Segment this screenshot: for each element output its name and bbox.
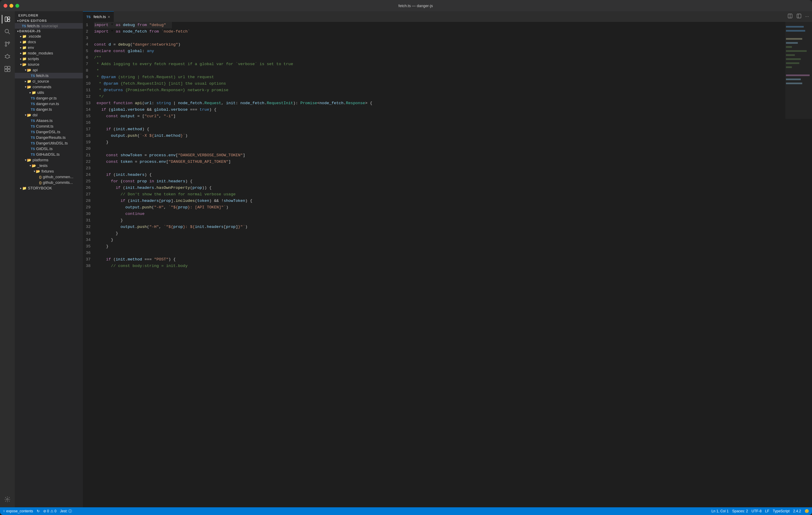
sidebar-item-utils[interactable]: ▸ 📁 utils [15, 90, 83, 95]
sidebar-item-danger-pr[interactable]: TS danger-pr.ts [15, 95, 83, 101]
sidebar-item-extensions[interactable] [2, 63, 13, 75]
sidebar-item-vscode[interactable]: ▸ 📁 .vscode [15, 33, 83, 39]
line-number: 29 [83, 204, 96, 211]
sidebar-item-source-control[interactable] [2, 38, 13, 50]
sidebar-item-dangerdsl[interactable]: TS DangerDSL.ts [15, 129, 83, 135]
line-number: 32 [83, 224, 96, 230]
sidebar-item-github-commits[interactable]: {} github_commits... [15, 180, 83, 185]
line-number: 9 [83, 74, 94, 81]
line-content [96, 146, 103, 152]
line-ending-status[interactable]: LF [765, 509, 770, 513]
sidebar-item-gitdsl[interactable]: TS GitDSL.ts [15, 146, 83, 151]
line-number: 27 [83, 191, 96, 198]
item-label: source [28, 62, 39, 66]
line-content: } [96, 139, 115, 146]
spaces-label: Spaces: 2 [732, 509, 748, 513]
line-content: * Adds logging to every fetch request if… [94, 61, 299, 67]
item-label: DangerDSL.ts [36, 130, 60, 134]
sidebar-item-debug[interactable] [2, 51, 13, 62]
emoji-status[interactable]: 😊 [805, 509, 809, 513]
settings-icon[interactable] [2, 494, 13, 505]
sidebar-item-source[interactable]: ▾ 📂 source [15, 62, 83, 67]
minimize-button[interactable] [9, 4, 13, 8]
sidebar-item-dangerresults[interactable]: TS DangerResults.ts [15, 135, 83, 140]
sidebar-item-docs[interactable]: ▸ 📁 docs [15, 39, 83, 45]
ts-badge: TS [31, 74, 35, 78]
sidebar-item-danger-run[interactable]: TS danger-run.ts [15, 101, 83, 107]
code-line-20: 20 [83, 146, 785, 152]
branch-status[interactable]: ⑂ expose_contents [3, 509, 33, 513]
ts-version-status[interactable]: 2.4.2 [793, 509, 801, 513]
line-content: } [96, 237, 119, 243]
spaces-status[interactable]: Spaces: 2 [732, 509, 748, 513]
line-content: import * as node_fetch from `node-fetch` [94, 28, 196, 35]
line-number: 37 [83, 256, 96, 263]
code-line-36: 36 [83, 250, 785, 256]
maximize-button[interactable] [16, 4, 19, 8]
folder-icon: 📁 [27, 79, 31, 83]
jest-status[interactable]: Jest: ⓘ [60, 509, 72, 514]
error-status[interactable]: ⊘ 0 ⚠ 0 [43, 509, 57, 513]
sidebar-item-fetch-ts[interactable]: TS fetch.ts [15, 73, 83, 79]
sidebar-item-github-comment[interactable]: {} github_commen... [15, 174, 83, 180]
jest-label: Jest: ⓘ [60, 509, 72, 514]
folder-open-icon: 📂 [27, 85, 31, 89]
sidebar-item-githubdsl[interactable]: TS GitHubDSL.ts [15, 151, 83, 157]
sidebar-item-tests[interactable]: ▾ 📂 _tests [15, 163, 83, 168]
language-status[interactable]: TypeScript [773, 509, 790, 513]
toggle-sidebar-button[interactable] [796, 13, 802, 21]
sidebar-item-explorer[interactable] [2, 13, 13, 25]
tab-fetch-ts[interactable]: TS fetch.ts × [83, 11, 114, 22]
open-editors-chevron: ▾ [17, 19, 19, 23]
item-label: scripts [28, 57, 39, 61]
line-number: 20 [83, 146, 96, 152]
sidebar-item-scripts[interactable]: ▸ 📁 scripts [15, 56, 83, 62]
sync-icon: ↻ [37, 509, 40, 513]
sidebar-item-search[interactable] [2, 26, 13, 37]
item-label: commands [33, 85, 52, 89]
line-content: continue [96, 211, 150, 217]
sidebar-item-node-modules[interactable]: ▸ 📁 node_modules [15, 50, 83, 56]
item-label: platforms [33, 158, 48, 162]
sidebar-item-fixtures[interactable]: ▾ 📂 fixtures [15, 168, 83, 174]
line-content: const showToken = process.env["DANGER_VE… [96, 152, 251, 159]
sidebar-item-platforms[interactable]: ▾ 📂 platforms [15, 157, 83, 163]
line-number: 25 [83, 178, 96, 185]
sidebar-item-ci-source[interactable]: ▸ 📁 ci_source [15, 79, 83, 84]
line-content [94, 35, 100, 41]
sidebar-item-danger-ts[interactable]: TS danger.ts [15, 107, 83, 112]
traffic-lights [4, 4, 19, 8]
folder-icon: 📁 [32, 91, 36, 95]
danger-js-header[interactable]: ▾ DANGER-JS [15, 29, 83, 33]
line-content: if (init.headers.hasOwnProperty(prop)) { [96, 185, 218, 191]
line-number: 33 [83, 230, 96, 237]
split-editor-button[interactable] [787, 13, 793, 21]
sidebar-item-storybook[interactable]: ▸ 📁 STORYBOOK [15, 185, 83, 191]
sidebar-item-commands[interactable]: ▾ 📂 commands [15, 84, 83, 90]
code-line-4: 4 const d = debug("danger:networking") [83, 41, 785, 48]
titlebar: fetch.ts — danger-js [0, 0, 812, 11]
sync-status[interactable]: ↻ [37, 509, 40, 513]
encoding-status[interactable]: UTF-8 [752, 509, 762, 513]
sidebar-item-dangerutilsdsl[interactable]: TS DangerUtilsDSL.ts [15, 140, 83, 146]
position-status[interactable]: Ln 1, Col 1 [712, 509, 729, 513]
sidebar-item-commit[interactable]: TS Commit.ts [15, 123, 83, 129]
line-content: if (init.headers[prop].includes(token) &… [96, 198, 258, 204]
sidebar-item-aliases[interactable]: TS Aliases.ts [15, 118, 83, 123]
open-editors-header[interactable]: ▾ OPEN EDITORS [15, 18, 83, 23]
more-actions-button[interactable]: ··· [805, 13, 810, 20]
open-editor-fetch-ts[interactable]: TS fetch.ts source/api [15, 23, 83, 29]
tab-close-button[interactable]: × [108, 15, 110, 19]
code-editor[interactable]: 1 import * as debug from "debug" 2 impor… [83, 22, 785, 507]
sidebar-item-dsl[interactable]: ▾ 📂 dsl [15, 112, 83, 118]
line-number: 14 [83, 107, 96, 113]
line-content: if (init.headers) { [96, 172, 157, 178]
line-number: 18 [83, 133, 96, 139]
code-line-9: 9 * @param (string | fetch.Request) url … [83, 74, 785, 81]
sidebar-item-api[interactable]: ▾ 📂 api [15, 67, 83, 73]
folder-open-icon: 📂 [32, 164, 36, 168]
close-button[interactable] [4, 4, 7, 8]
sidebar-item-env[interactable]: ▸ 📁 env [15, 45, 83, 50]
ts-badge: TS [22, 24, 26, 28]
item-label: _tests [37, 163, 48, 168]
